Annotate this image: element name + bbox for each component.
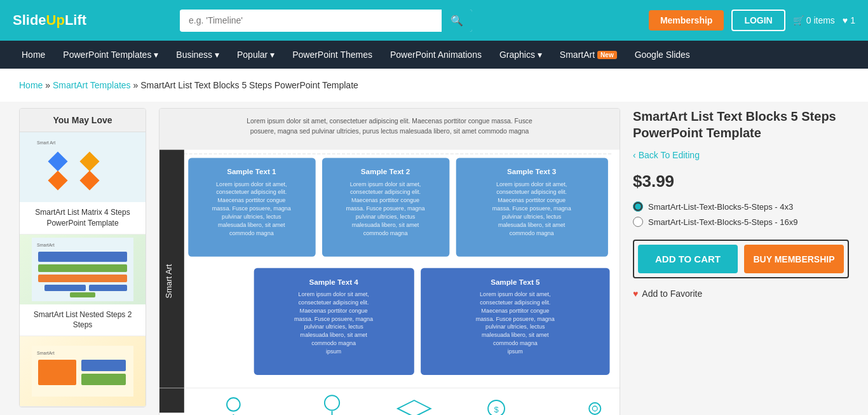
svg-text:massa. Fusce posuere, magna: massa. Fusce posuere, magna <box>346 205 426 212</box>
nav-powerpoint-themes[interactable]: PowerPoint Themes <box>283 41 381 69</box>
nav-graphics[interactable]: Graphics ▾ <box>491 41 551 69</box>
svg-text:commodo magna: commodo magna <box>363 230 409 236</box>
add-favorite-label: Add to Favorite <box>642 289 702 299</box>
sidebar-item-3[interactable]: SmartArt <box>20 336 146 407</box>
svg-text:commodo magna: commodo magna <box>510 230 555 236</box>
svg-text:malesuada libero, sit amet: malesuada libero, sit amet <box>482 332 549 338</box>
svg-text:massa. Fusce posuere, magna: massa. Fusce posuere, magna <box>294 316 374 322</box>
product-title: SmartArt List Text Blocks 5 Steps PowerP… <box>633 108 849 141</box>
svg-text:Lorem ipsum dolor sit amet, co: Lorem ipsum dolor sit amet, consectetuer… <box>247 118 532 125</box>
back-link-label: Back To Editing <box>639 150 700 160</box>
nav-business[interactable]: Business ▾ <box>167 41 228 69</box>
nav-powerpoint-animations[interactable]: PowerPoint Animations <box>381 41 491 69</box>
svg-text:ipsum: ipsum <box>508 348 523 355</box>
nav-powerpoint-templates[interactable]: PowerPoint Templates ▾ <box>54 41 167 69</box>
nav-smartart[interactable]: SmartArt New <box>551 41 626 69</box>
slide-wrapper: Lorem ipsum dolor sit amet, consectetuer… <box>159 109 620 415</box>
svg-rect-12 <box>89 285 127 291</box>
button-group: ADD TO CART BUY MEMBERSHIP <box>633 240 849 278</box>
svg-text:Maecenas porttitor congue: Maecenas porttitor congue <box>217 197 285 203</box>
svg-text:massa. Fusce posuere, magna: massa. Fusce posuere, magna <box>492 205 572 212</box>
sidebar: You May Love Smart Art SmartArt List Mat… <box>19 108 146 415</box>
svg-text:consectetuer adipiscing elit.: consectetuer adipiscing elit. <box>216 189 287 195</box>
svg-text:Sample Text 4: Sample Text 4 <box>309 278 358 286</box>
heart-icon: ♥ <box>633 289 638 299</box>
main-content: You May Love Smart Art SmartArt List Mat… <box>0 102 868 415</box>
svg-text:massa. Fusce posuere, magna: massa. Fusce posuere, magna <box>476 316 555 322</box>
svg-text:Smart Art: Smart Art <box>37 140 55 145</box>
sidebar-label-2: SmartArt List Nested Steps 2 Steps <box>20 304 146 336</box>
radio-item-1[interactable]: SmartArt-List-Text-Blocks-5-Steps - 4x3 <box>633 201 849 212</box>
svg-text:Maecenas porttitor congue: Maecenas porttitor congue <box>300 308 368 314</box>
breadcrumb: Home » SmartArt Templates » SmartArt Lis… <box>0 69 868 102</box>
svg-text:pulvinar ultricies, lectus: pulvinar ultricies, lectus <box>222 214 281 220</box>
add-to-cart-button[interactable]: ADD TO CART <box>638 245 738 273</box>
svg-text:malesuada libero, sit amet: malesuada libero, sit amet <box>218 222 285 228</box>
add-favorite[interactable]: ♥ Add to Favorite <box>633 289 849 299</box>
nav-google-slides[interactable]: Google Slides <box>626 41 699 69</box>
breadcrumb-smartart[interactable]: SmartArt Templates <box>53 80 131 90</box>
sidebar-preview-svg-2: SmartArt <box>32 238 133 301</box>
sidebar-preview-svg-1: Smart Art <box>32 135 133 199</box>
svg-text:pulvinar ultricies, lectus: pulvinar ultricies, lectus <box>356 214 416 220</box>
svg-text:malesuada libero, sit amet: malesuada libero, sit amet <box>300 332 367 338</box>
svg-rect-16 <box>38 360 76 385</box>
svg-text:Sample Text 3: Sample Text 3 <box>507 167 557 175</box>
nav-home[interactable]: Home <box>13 41 54 69</box>
back-chevron: ‹ <box>633 150 636 160</box>
new-badge: New <box>597 51 617 59</box>
logo[interactable]: SlideUpLift <box>13 12 86 29</box>
membership-button[interactable]: Membership <box>649 10 724 31</box>
svg-text:malesuada libero, sit amet: malesuada libero, sit amet <box>498 222 566 228</box>
nav-popular[interactable]: Popular ▾ <box>228 41 283 69</box>
back-link[interactable]: ‹ Back To Editing <box>633 150 849 160</box>
svg-text:commodo magna: commodo magna <box>311 340 356 346</box>
svg-text:$: $ <box>494 405 498 414</box>
sidebar-thumb-3: SmartArt <box>20 336 146 406</box>
sidebar-item-1[interactable]: Smart Art SmartArt List Matrix 4 Steps P… <box>20 132 146 235</box>
svg-text:Smart Art: Smart Art <box>164 264 173 298</box>
svg-text:Lorem ipsum dolor sit amet,: Lorem ipsum dolor sit amet, <box>350 181 421 187</box>
breadcrumb-current: SmartArt List Text Blocks 5 Steps PowerP… <box>140 80 358 90</box>
search-input[interactable] <box>180 10 442 31</box>
svg-text:SmartArt: SmartArt <box>37 351 55 355</box>
sidebar-title: You May Love <box>20 109 146 132</box>
svg-text:massa. Fusce posuere, magna: massa. Fusce posuere, magna <box>212 205 292 212</box>
breadcrumb-home[interactable]: Home <box>19 80 43 90</box>
product-price: $3.99 <box>633 172 849 191</box>
header: SlideUpLift 🔍 Membership LOGIN 🛒 0 items… <box>0 0 868 41</box>
login-button[interactable]: LOGIN <box>731 10 785 31</box>
svg-text:Lorem ipsum dolor sit amet,: Lorem ipsum dolor sit amet, <box>298 291 369 297</box>
sidebar-card: You May Love Smart Art SmartArt List Mat… <box>19 108 146 407</box>
svg-text:Sample Text 5: Sample Text 5 <box>491 278 540 286</box>
preview-area: Lorem ipsum dolor sit amet, consectetuer… <box>159 108 620 415</box>
radio-4x3[interactable] <box>633 201 643 212</box>
wishlist-icon[interactable]: ♥ 1 <box>843 15 855 25</box>
radio-item-2[interactable]: SmartArt-List-Text-Blocks-5-Steps - 16x9 <box>633 217 849 227</box>
sidebar-label-1: SmartArt List Matrix 4 Steps PowerPoint … <box>20 202 146 234</box>
svg-text:consectetuer adipiscing elit.: consectetuer adipiscing elit. <box>496 189 567 195</box>
svg-rect-17 <box>81 360 126 371</box>
wishlist-count: 1 <box>850 15 855 25</box>
svg-text:malesuada libero, sit amet: malesuada libero, sit amet <box>352 222 419 228</box>
svg-text:Maecenas porttitor congue: Maecenas porttitor congue <box>481 308 549 314</box>
svg-text:Lorem ipsum dolor sit amet,: Lorem ipsum dolor sit amet, <box>496 181 567 187</box>
cart-icon[interactable]: 🛒 0 items <box>793 15 835 25</box>
svg-rect-13 <box>70 292 95 297</box>
sidebar-item-2[interactable]: SmartArt SmartArt List Nested Steps 2 St… <box>20 235 146 337</box>
svg-text:SmartArt: SmartArt <box>37 243 55 247</box>
search-button[interactable]: 🔍 <box>442 10 472 32</box>
cart-count: 0 items <box>806 15 835 25</box>
navbar: Home PowerPoint Templates ▾ Business ▾ P… <box>0 41 868 69</box>
radio-16x9[interactable] <box>633 217 643 227</box>
svg-point-82 <box>592 406 597 411</box>
buy-membership-button[interactable]: BUY MEMBERSHIP <box>744 245 844 273</box>
svg-text:consectetuer adipiscing elit.: consectetuer adipiscing elit. <box>299 299 369 306</box>
header-right: Membership LOGIN 🛒 0 items ♥ 1 <box>649 10 855 31</box>
svg-text:Lorem ipsum dolor sit amet,: Lorem ipsum dolor sit amet, <box>480 291 550 297</box>
breadcrumb-sep2: » <box>133 80 141 90</box>
svg-text:Maecenas porttitor congue: Maecenas porttitor congue <box>498 197 566 203</box>
svg-point-76 <box>325 395 339 410</box>
svg-text:Sample Text 2: Sample Text 2 <box>361 167 410 175</box>
svg-text:consectetuer adipiscing elit.: consectetuer adipiscing elit. <box>480 299 550 306</box>
